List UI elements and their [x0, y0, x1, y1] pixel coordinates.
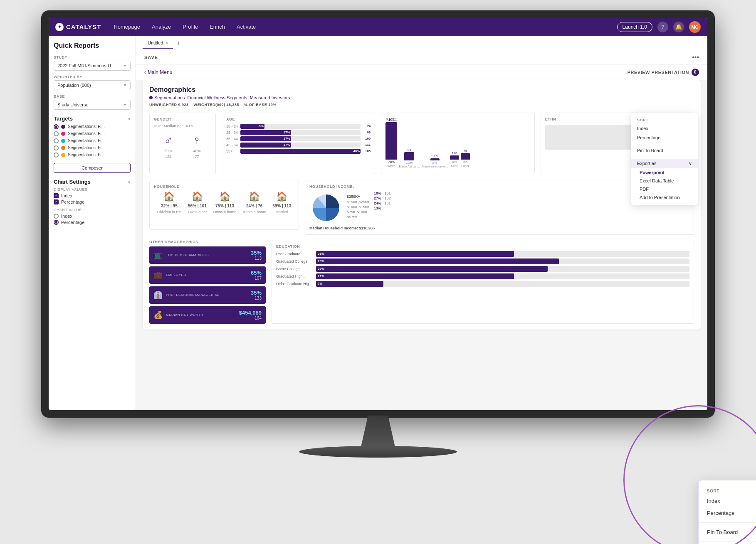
target-radio-1[interactable] [54, 131, 59, 136]
demo-meta: UNWEIGHTED 9,923 WEIGHTED(000) 48,385 % … [149, 103, 694, 107]
weighted-label: WEIGHTED BY [54, 75, 131, 79]
race-black-group: 86 12% Black/ Afri can... [399, 148, 420, 168]
nav-profile[interactable]: Profile [183, 24, 198, 30]
target-radio-4[interactable] [54, 153, 59, 158]
unweighted-val: 9,923 [178, 103, 189, 107]
launch-button[interactable]: Launch 1.0 [617, 22, 652, 32]
context-menu-small: SORT Index Percentage Pin To Board Expor… [631, 113, 698, 205]
edu-bar-bg-3: 21% [316, 273, 689, 279]
income-values: 10% 161 27% 162 24% 131 13% [374, 191, 391, 211]
back-link[interactable]: ‹ Main Menu [144, 69, 172, 75]
nav-activate[interactable]: Activate [237, 24, 256, 30]
ctx-small-powerpoint[interactable]: Powerpoint [631, 168, 698, 177]
study-dropdown-arrow: ▼ [123, 64, 127, 68]
target-item-2[interactable]: Segmentations: Fi... [54, 138, 131, 143]
unweighted-label: UNWEIGHTED [149, 103, 177, 107]
target-color-2 [61, 139, 65, 143]
age-label-0: 18 - 24 [226, 124, 239, 128]
chart-value-label: CHART VALUE [54, 208, 131, 212]
display-pct-label: Percentage [61, 199, 84, 204]
ctx-small-excel[interactable]: Excel Data Table [631, 177, 698, 185]
more-options-button[interactable]: ••• [692, 54, 699, 61]
race-black-val: 86 [408, 148, 411, 152]
age-bar-bg-4: 40% [240, 149, 361, 154]
target-radio-0[interactable] [54, 124, 59, 129]
ctx-small-add-pres[interactable]: Add to Presentation [631, 193, 698, 202]
base-value: Study Universe [57, 102, 89, 107]
target-item-3[interactable]: Segmentations: Fi... [54, 145, 131, 150]
ctx-small-sort-pct[interactable]: Percentage [631, 133, 698, 142]
hh-rents: 🏠 24% | 76 Rents a home [243, 191, 266, 214]
edu-bar-bg-1: 26% [316, 258, 689, 264]
target-radio-2[interactable] [54, 138, 59, 143]
tab-untitled[interactable]: Untitled × [143, 38, 173, 49]
target-label-1: Segmentations: Fi... [68, 131, 105, 136]
ctx-large-sort-index[interactable]: Index [699, 495, 756, 507]
ctx-small-export-expandable[interactable]: Export as ∨ [631, 159, 698, 168]
pet-icon: 🏠 [192, 191, 203, 202]
help-icon[interactable]: ? [657, 22, 668, 32]
chart-val-pct-radio[interactable] [54, 220, 59, 225]
bell-icon[interactable]: 🔔 [673, 22, 684, 32]
nav-homepage[interactable]: Homepage [114, 24, 140, 30]
age-pct-1: 17% [284, 130, 290, 134]
target-item-1[interactable]: Segmentations: Fi... [54, 131, 131, 136]
age-subtitle: AGE: Median Age: 49.5 [154, 124, 211, 128]
top-nav: ✦ CATALYST Homepage Analyze Profile Enri… [49, 18, 707, 36]
target-item-0[interactable]: Segmentations: Fi... [54, 124, 131, 129]
nav-items: Homepage Analyze Profile Enrich Activate [114, 24, 617, 30]
second-row: HOUSEHOLD 🏠 32% | 95 Children in HH [149, 180, 694, 235]
context-menu-large: SORT Index Percentage Pin To Board Expor… [698, 480, 756, 544]
chart-settings-chevron[interactable]: ∨ [128, 180, 131, 184]
edu-label-4: Didn't Graduate Hig... [276, 282, 314, 286]
base-label: BASE [54, 94, 131, 98]
ctx-small-pdf[interactable]: PDF [631, 185, 698, 193]
ctx-large-divider-2 [699, 542, 756, 542]
target-item-4[interactable]: Segmentations: Fi... [54, 153, 131, 158]
nav-analyze[interactable]: Analyze [152, 24, 171, 30]
base-dropdown[interactable]: Study Universe ▼ [54, 100, 131, 110]
hh-children-value: 32% | 95 [161, 204, 178, 208]
other-demos-items: 📺 TOP 10 MEDIAMARKETS 35% 113 [149, 246, 266, 324]
study-dropdown[interactable]: 2022 Fall MRI-Simmons U... ▼ [54, 61, 131, 71]
display-pct-checkbox[interactable]: ✓ [54, 199, 59, 204]
race-asian-group: 116 5% Asian [450, 151, 459, 168]
chart-val-index-radio[interactable] [54, 214, 59, 219]
ctx-small-sort-index[interactable]: Index [631, 124, 698, 133]
targets-chevron[interactable]: ∨ [128, 116, 131, 121]
ctx-small-pin[interactable]: Pin To Board [631, 146, 698, 155]
ctx-large-sort-pct[interactable]: Percentage [699, 507, 756, 519]
race-asian-val: 116 [452, 151, 457, 155]
female-icon: ♀ [193, 134, 201, 147]
professional-info: PROFESSIONAL MANAGERIAL [163, 293, 251, 297]
preview-badge: 0 [692, 69, 699, 76]
edu-bar-4: 7% [316, 281, 383, 287]
target-radio-3[interactable] [54, 145, 59, 150]
display-index-label: Index [61, 193, 72, 198]
age-val-4: 105 [362, 149, 371, 153]
target-label-3: Segmentations: Fi... [68, 145, 105, 150]
composer-button[interactable]: Composer [54, 163, 131, 173]
avatar[interactable]: MC [689, 21, 701, 33]
preview-presentation-button[interactable]: PREVIEW PRESENTATION 0 [628, 69, 699, 76]
targets-title: Targets [54, 116, 73, 122]
study-label: STUDY [54, 55, 131, 59]
nav-enrich[interactable]: Enrich [210, 24, 225, 30]
age-bar-3: 17% [240, 143, 291, 148]
save-button[interactable]: SAVE [144, 55, 158, 60]
edu-bar-2: 25% [316, 266, 548, 272]
ctx-small-divider-2 [631, 157, 698, 157]
age-bar-bg-2: 17% [240, 136, 361, 141]
tab-close-icon[interactable]: × [166, 41, 168, 45]
weighted-dropdown[interactable]: Population (000) ▼ [54, 80, 131, 90]
display-index-checkbox[interactable]: ✓ [54, 193, 59, 198]
age-row-3: 45 - 54 17% 111 [226, 143, 371, 148]
age-label-1: 25 - 34 [226, 130, 239, 135]
ctx-large-pin[interactable]: Pin To Board [699, 526, 756, 538]
age-label-3: 45 - 54 [226, 143, 239, 147]
target-label-2: Segmentations: Fi... [68, 138, 105, 143]
tab-add-icon[interactable]: + [176, 39, 180, 47]
professional-name: PROFESSIONAL MANAGERIAL [166, 293, 251, 297]
monitor-neck [353, 416, 403, 449]
target-label-0: Segmentations: Fi... [68, 124, 105, 129]
